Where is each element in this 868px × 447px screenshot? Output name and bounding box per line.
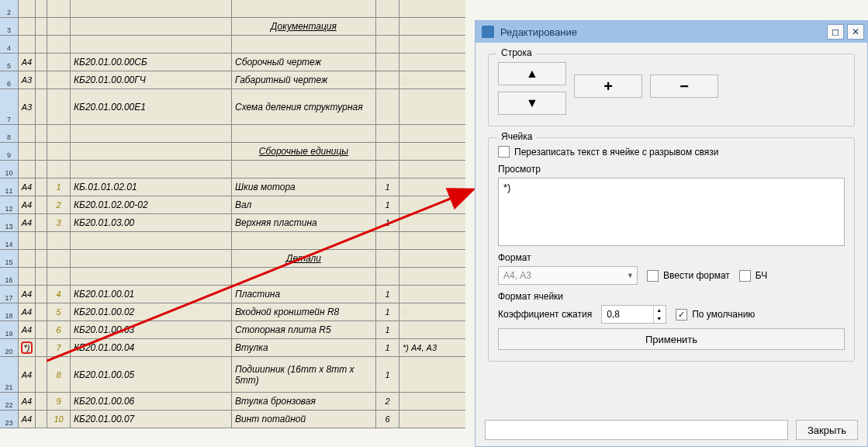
cell-qty[interactable] bbox=[376, 18, 399, 35]
cell-pos[interactable]: 5 bbox=[47, 303, 71, 321]
cell-zone[interactable] bbox=[36, 71, 47, 88]
cell-zone[interactable] bbox=[36, 143, 47, 160]
table-row[interactable]: 11А41КБ.01.01.02.01Шкив мотора1 bbox=[0, 178, 465, 196]
cell-note[interactable] bbox=[399, 143, 465, 160]
cell-code[interactable]: КБ20.01.00.00СБ bbox=[71, 54, 232, 71]
close-icon[interactable]: ✕ bbox=[847, 24, 864, 40]
table-row[interactable]: 9Сборочные единицы bbox=[0, 143, 465, 161]
cell-code[interactable] bbox=[71, 18, 232, 35]
table-row[interactable]: 7А3КБ20.01.00.00Е1Схема деления структур… bbox=[0, 89, 465, 125]
cell-qty[interactable] bbox=[376, 0, 399, 17]
cell-name[interactable]: Схема деления структурная bbox=[232, 89, 376, 124]
cell-name[interactable] bbox=[232, 161, 376, 178]
cell-pos[interactable] bbox=[47, 125, 71, 142]
dialog-titlebar[interactable]: Редактирование ◻ ✕ bbox=[475, 21, 867, 43]
table-row[interactable]: 2 bbox=[0, 0, 465, 18]
enter-format-checkbox[interactable]: Ввести формат bbox=[647, 270, 730, 282]
cell-name[interactable] bbox=[232, 125, 376, 142]
table-row[interactable]: 21А48КБ20.01.00.05Подшипник (16mm x 8mm … bbox=[0, 357, 465, 393]
cell-qty[interactable] bbox=[376, 232, 399, 249]
cell-code[interactable] bbox=[71, 36, 232, 53]
table-row[interactable]: 6А3КБ20.01.00.00ГЧГабаритный чертеж bbox=[0, 71, 465, 89]
row-up-button[interactable]: ▲ bbox=[498, 62, 566, 85]
cell-zone[interactable] bbox=[36, 89, 47, 124]
cell-name[interactable] bbox=[232, 232, 376, 249]
table-row[interactable]: 10 bbox=[0, 161, 465, 178]
cell-qty[interactable]: 1 bbox=[376, 178, 399, 196]
cell-zone[interactable] bbox=[36, 357, 47, 392]
cell-format[interactable] bbox=[19, 36, 36, 53]
cell-zone[interactable] bbox=[36, 303, 47, 321]
cell-note[interactable] bbox=[399, 268, 465, 285]
cell-note[interactable] bbox=[399, 321, 465, 338]
bch-checkbox[interactable]: БЧ bbox=[739, 270, 767, 282]
row-number[interactable]: 12 bbox=[0, 196, 19, 213]
preview-textarea[interactable]: *) bbox=[498, 178, 845, 246]
row-number[interactable]: 17 bbox=[0, 286, 19, 303]
cell-name[interactable]: Документация bbox=[232, 18, 376, 35]
row-number[interactable]: 22 bbox=[0, 393, 19, 410]
cell-pos[interactable]: 1 bbox=[47, 178, 71, 196]
table-row[interactable]: 13А43КБ20.01.03.00Верхняя пластина1 bbox=[0, 214, 465, 232]
cell-pos[interactable] bbox=[47, 36, 71, 53]
cell-code[interactable] bbox=[71, 143, 232, 160]
row-number[interactable]: 6 bbox=[0, 71, 19, 88]
row-number[interactable]: 11 bbox=[0, 178, 19, 196]
row-number[interactable]: 23 bbox=[0, 411, 19, 428]
cell-format[interactable]: А4 bbox=[19, 411, 36, 428]
cell-format[interactable] bbox=[19, 18, 36, 35]
cell-format[interactable]: А4 bbox=[19, 393, 36, 410]
cell-pos[interactable] bbox=[47, 71, 71, 88]
cell-name[interactable]: Винт потайной bbox=[232, 411, 376, 428]
row-number[interactable]: 10 bbox=[0, 161, 19, 178]
row-add-button[interactable]: + bbox=[574, 74, 642, 98]
cell-format[interactable] bbox=[19, 125, 36, 142]
cell-name[interactable]: Сборочный чертеж bbox=[232, 54, 376, 71]
cell-note[interactable] bbox=[399, 0, 465, 17]
table-row[interactable]: 16 bbox=[0, 268, 465, 286]
cell-format[interactable]: *) bbox=[19, 339, 36, 356]
cell-qty[interactable] bbox=[376, 268, 399, 285]
row-number[interactable]: 19 bbox=[0, 321, 19, 338]
cell-name[interactable]: Стопорная плита R5 bbox=[232, 321, 376, 338]
cell-code[interactable]: КБ20.01.00.03 bbox=[71, 321, 232, 338]
cell-zone[interactable] bbox=[36, 0, 47, 17]
cell-qty[interactable] bbox=[376, 36, 399, 53]
cell-zone[interactable] bbox=[36, 250, 47, 267]
cell-note[interactable] bbox=[399, 250, 465, 267]
cell-qty[interactable]: 1 bbox=[376, 303, 399, 321]
cell-code[interactable]: КБ20.01.02.00-02 bbox=[71, 196, 232, 213]
row-number[interactable]: 2 bbox=[0, 0, 19, 17]
cell-pos[interactable]: 6 bbox=[47, 321, 71, 338]
cell-code[interactable]: КБ20.01.03.00 bbox=[71, 214, 232, 231]
cell-qty[interactable]: 1 bbox=[376, 339, 399, 356]
cell-note[interactable] bbox=[399, 357, 465, 392]
table-row[interactable]: 14 bbox=[0, 232, 465, 250]
cell-note[interactable]: *) А4, А3 bbox=[399, 339, 465, 356]
cell-note[interactable] bbox=[399, 286, 465, 303]
cell-code[interactable]: КБ20.01.00.04 bbox=[71, 339, 232, 356]
row-number[interactable]: 3 bbox=[0, 18, 19, 35]
cell-note[interactable] bbox=[399, 36, 465, 53]
close-button[interactable]: Закрыть bbox=[796, 420, 858, 440]
table-row[interactable]: 19А46КБ20.01.00.03Стопорная плита R51 bbox=[0, 321, 465, 339]
table-row[interactable]: 22А49КБ20.01.00.06Втулка бронзовая2 bbox=[0, 393, 465, 411]
cell-zone[interactable] bbox=[36, 125, 47, 142]
cell-note[interactable] bbox=[399, 303, 465, 321]
cell-pos[interactable]: 7 bbox=[47, 339, 71, 356]
cell-code[interactable] bbox=[71, 268, 232, 285]
cell-code[interactable] bbox=[71, 232, 232, 249]
cell-zone[interactable] bbox=[36, 339, 47, 356]
cell-note[interactable] bbox=[399, 18, 465, 35]
cell-note[interactable] bbox=[399, 393, 465, 410]
cell-name[interactable]: Верхняя пластина bbox=[232, 214, 376, 231]
cell-pos[interactable]: 2 bbox=[47, 196, 71, 213]
table-row[interactable]: 8 bbox=[0, 125, 465, 143]
cell-format[interactable]: А4 bbox=[19, 54, 36, 71]
cell-qty[interactable] bbox=[376, 89, 399, 124]
cell-code[interactable]: КБ20.01.00.07 bbox=[71, 411, 232, 428]
cell-zone[interactable] bbox=[36, 286, 47, 303]
cell-format[interactable]: А3 bbox=[19, 71, 36, 88]
table-row[interactable]: 23А410КБ20.01.00.07Винт потайной6 bbox=[0, 411, 465, 428]
cell-name[interactable]: Пластина bbox=[232, 286, 376, 303]
